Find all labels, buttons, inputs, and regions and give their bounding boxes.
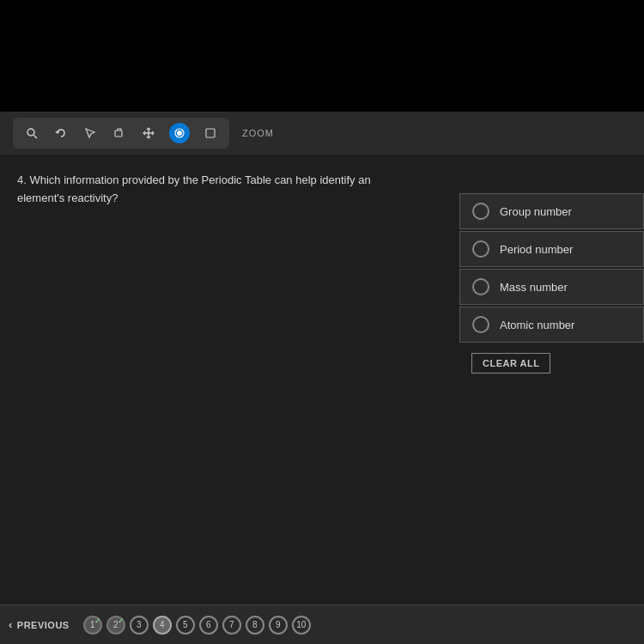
svg-rect-7 <box>206 129 215 137</box>
page-dot-9[interactable]: 9 <box>269 616 288 635</box>
undo-icon[interactable] <box>52 125 70 142</box>
radio-atomic-number[interactable] <box>472 316 489 333</box>
svg-line-1 <box>34 136 38 139</box>
page-dot-6[interactable]: 6 <box>199 616 218 635</box>
option-label-group-number: Group number <box>500 205 572 218</box>
option-period-number[interactable]: Period number <box>459 231 644 267</box>
previous-button[interactable]: ‹ PREVIOUS <box>9 618 70 631</box>
page-dot-7[interactable]: 7 <box>222 616 241 635</box>
option-mass-number[interactable]: Mass number <box>459 269 644 305</box>
check-icon-1: ✓ <box>94 617 101 625</box>
radio-mass-number[interactable] <box>472 278 489 295</box>
tag-icon[interactable] <box>111 125 128 142</box>
page-dot-10[interactable]: 10 <box>292 616 311 635</box>
search-icon[interactable] <box>23 125 40 142</box>
page-dot-4[interactable]: 4 <box>153 616 172 635</box>
page-dot-3[interactable]: 3 <box>130 616 149 635</box>
radio-period-number[interactable] <box>472 240 489 258</box>
svg-point-6 <box>177 131 182 136</box>
page-dot-5[interactable]: 5 <box>176 616 195 635</box>
option-atomic-number[interactable]: Atomic number <box>459 307 644 343</box>
clear-all-button[interactable]: CLEAR ALL <box>471 353 550 374</box>
svg-rect-2 <box>115 131 122 137</box>
crop-icon[interactable] <box>202 125 219 142</box>
option-group-number[interactable]: Group number <box>459 193 644 229</box>
record-icon[interactable] <box>169 123 190 143</box>
page-dot-2[interactable]: 2 ✓ <box>106 616 125 635</box>
toolbar-icons <box>13 118 229 149</box>
bottom-nav: ‹ PREVIOUS 1 ✓ 2 ✓ 3 4 5 6 7 8 9 <box>0 605 644 644</box>
toolbar: ZOOM <box>0 112 644 155</box>
page-dot-8[interactable]: 8 <box>246 616 264 635</box>
check-icon-2: ✓ <box>118 617 125 625</box>
move-icon[interactable] <box>140 125 157 142</box>
option-label-mass-number: Mass number <box>500 281 568 294</box>
radio-group-number[interactable] <box>472 203 489 220</box>
cursor-icon[interactable] <box>82 125 99 142</box>
page-dot-1[interactable]: 1 ✓ <box>83 616 102 635</box>
top-bar <box>0 0 644 112</box>
chevron-left-icon: ‹ <box>9 618 13 631</box>
options-panel: Group number Period number Mass number A… <box>459 193 644 374</box>
previous-label: PREVIOUS <box>17 620 70 630</box>
question-text: 4. Which information provided by the Per… <box>17 172 412 208</box>
zoom-label: ZOOM <box>242 128 274 138</box>
page-dots: 1 ✓ 2 ✓ 3 4 5 6 7 8 9 10 <box>83 616 311 635</box>
svg-point-0 <box>27 129 34 136</box>
option-label-atomic-number: Atomic number <box>500 319 574 331</box>
option-label-period-number: Period number <box>500 243 573 256</box>
